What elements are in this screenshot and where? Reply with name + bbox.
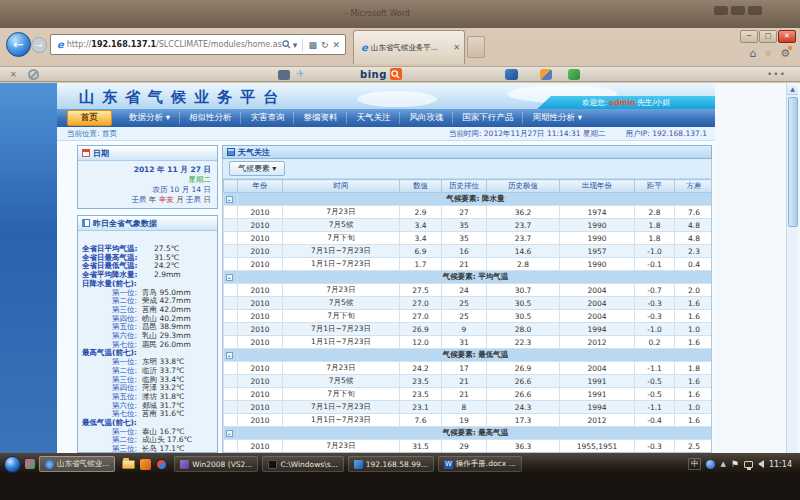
menu-item-2[interactable]: 数据分析 ▾ (120, 112, 179, 124)
taskbar-window-ie[interactable]: 山东省气候业... (39, 456, 115, 472)
taskbar-window-remote[interactable]: 192.168.58.99... (348, 456, 434, 472)
menu-item-1[interactable]: 首页 (67, 110, 112, 126)
table-row: 20107月1日~7月23日23.1824.31994-1.11.0 (224, 401, 713, 414)
taskbar-window-word[interactable]: W操作手册.docx ... (438, 456, 522, 472)
column-header[interactable]: 历史极值 (487, 180, 560, 193)
close-button[interactable]: ✕ (778, 30, 796, 43)
addon-close-icon[interactable]: ✕ (10, 70, 17, 79)
start-button[interactable] (4, 456, 21, 473)
pinned-icons (122, 459, 167, 470)
blocked-circle-icon[interactable] (28, 69, 39, 80)
table-group-row[interactable]: -气候要素: 最低气温 (224, 349, 713, 362)
home-icon[interactable]: ⌂ (749, 47, 756, 60)
stop-icon[interactable]: ✕ (332, 40, 340, 50)
page-viewport: 山东省气候业务平台 欢迎您: admin 先生/小姐 首页数据分析 ▾相似性分析… (0, 83, 800, 453)
main-panel: 天气关注 气候要素 ▾ 年份时间数值历史排位历史极值出现年份距平方差 (222, 145, 712, 453)
favorites-star-icon[interactable]: ★ (763, 47, 773, 60)
taskbar-window-label: 山东省气候业... (57, 459, 109, 469)
collapse-icon[interactable]: - (226, 196, 233, 203)
page: 山东省气候业务平台 欢迎您: admin 先生/小姐 首页数据分析 ▾相似性分析… (57, 83, 715, 453)
toolbar-addon-icon-3[interactable] (568, 69, 580, 80)
taskbar-windows: 山东省气候业...Win2008 (VS2...C:\Windows\s...1… (39, 456, 522, 472)
camera-icon[interactable] (278, 70, 290, 80)
network-icon[interactable] (744, 461, 753, 468)
vertical-scrollbar[interactable]: ▲ (786, 83, 798, 453)
toolbar-addon-icon-1[interactable] (505, 69, 518, 80)
action-center-flag-icon[interactable]: ⚑ (731, 459, 739, 469)
address-bar[interactable]: e http://192.168.137.1/SLCCLIMATE/module… (50, 34, 346, 55)
column-header[interactable]: 时间 (283, 180, 400, 193)
forward-button[interactable]: → (31, 37, 47, 53)
table-row: 20107月1日~7月23日26.9928.01994-1.01.0 (224, 323, 713, 336)
back-button[interactable]: ← (6, 32, 31, 57)
menu-item-9[interactable]: 周期性分析 ▾ (522, 112, 590, 124)
menu-item-6[interactable]: 天气关注 (346, 112, 399, 124)
tab-title: 山东省气候业务平... (371, 43, 451, 53)
browser-tab[interactable]: e 山东省气候业务平... ✕ (353, 30, 465, 64)
taskbar-window-cmd[interactable]: C:\Windows\s... (262, 456, 343, 472)
menu-item-8[interactable]: 国家下行产品 (452, 112, 522, 124)
table-row: 20107月23日27.52430.72004-0.72.0 (224, 284, 713, 297)
menu-item-7[interactable]: 风向玫瑰 (399, 112, 452, 124)
window-controls: ─ □ ✕ (740, 30, 796, 43)
minimize-button[interactable]: ─ (740, 30, 758, 43)
table-body: -气候要素: 降水量20107月23日2.92736.219742.87.620… (224, 193, 713, 454)
ie-page-icon: e (57, 39, 64, 50)
column-header[interactable]: 年份 (238, 180, 283, 193)
menu-item-4[interactable]: 灾害查询 (240, 112, 293, 124)
scrollbar-thumb[interactable] (788, 97, 798, 227)
collapse-icon[interactable]: - (226, 274, 233, 281)
gear-icon[interactable]: ⚙ (780, 47, 790, 60)
language-indicator[interactable]: 中 (688, 458, 702, 470)
folder-icon[interactable] (122, 460, 135, 469)
sidebar: 日期 2012 年 11 月 27 日 星期二 农历 10 月 14 日 壬辰 … (77, 145, 218, 453)
search-dropdown-icon[interactable]: ▾ (293, 40, 298, 50)
quick-launch-icon[interactable] (25, 459, 35, 469)
speaker-icon[interactable] (758, 460, 764, 468)
toolbar-overflow-icon[interactable]: ••• (767, 69, 786, 79)
bing-search-widget[interactable]: bing (360, 68, 402, 80)
bing-search-icon[interactable] (390, 68, 402, 80)
table-toolbar: 气候要素 ▾ (223, 159, 711, 179)
new-tab-button[interactable] (467, 36, 485, 58)
column-header[interactable]: 出现年份 (560, 180, 635, 193)
browser-app-icon[interactable] (156, 459, 167, 470)
menu-bar: 首页数据分析 ▾相似性分析灾害查询整编资料天气关注风向玫瑰国家下行产品周期性分析… (57, 109, 715, 127)
table-row: 20107月23日24.21726.92004-1.11.8 (224, 362, 713, 375)
search-icon[interactable] (282, 40, 291, 49)
table-group-row[interactable]: -气候要素: 平均气温 (224, 271, 713, 284)
taskbar-window-label: 192.168.58.99... (366, 460, 428, 469)
column-header[interactable]: 数值 (400, 180, 442, 193)
column-header[interactable]: 方差 (675, 180, 713, 193)
menu-item-5[interactable]: 整编资料 (293, 112, 346, 124)
rank-row: 第三位:长岛 17.1℃ (82, 445, 213, 453)
ime-icon[interactable] (706, 460, 715, 469)
maximize-button[interactable]: □ (759, 30, 777, 43)
element-filter-button[interactable]: 气候要素 ▾ (229, 161, 285, 176)
collapse-icon[interactable]: - (226, 430, 233, 437)
tray-clock[interactable]: 11:14 (769, 460, 796, 469)
url-text: http://192.168.137.1/SLCCLIMATE/modules/… (67, 40, 282, 49)
table-row: 20101月1日~7月23日1.7212.81990-0.10.4 (224, 258, 713, 271)
menu-item-3[interactable]: 相似性分析 (179, 112, 241, 124)
table-group-row[interactable]: -气候要素: 最高气温 (224, 427, 713, 440)
table-group-row[interactable]: -气候要素: 降水量 (224, 193, 713, 206)
column-header[interactable]: 历史排位 (442, 180, 487, 193)
user-ip: 用户IP: 192.168.137.1 (625, 129, 707, 139)
word-icon: W (444, 460, 453, 469)
compatibility-view-icon[interactable]: ▩ (308, 40, 317, 50)
toolbar-addon-icon-2[interactable] (540, 69, 552, 80)
column-header[interactable]: 距平 (635, 180, 675, 193)
tray-expand-icon[interactable]: ▲ (720, 460, 725, 468)
orange-app-icon[interactable] (140, 459, 151, 470)
yesterday-panel-body: 全省日平均气温:27.5℃全省日最高气温:31.5℃全省日最低气温:24.2℃全… (78, 231, 217, 453)
tab-close-icon[interactable]: ✕ (453, 43, 460, 52)
taskbar: 山东省气候业...Win2008 (VS2...C:\Windows\s...1… (0, 453, 800, 475)
collapse-icon[interactable]: - (226, 352, 233, 359)
paper-plane-icon[interactable]: ✈ (296, 68, 304, 79)
scrollbar-up-icon[interactable]: ▲ (787, 83, 798, 95)
yesterday-panel-title: 昨日全省气象数据 (93, 218, 157, 229)
taskbar-window-app[interactable]: Win2008 (VS2... (174, 456, 258, 472)
refresh-icon[interactable]: ↻ (321, 40, 329, 50)
table-row: 20107月下旬3.43523.719901.84.8 (224, 232, 713, 245)
